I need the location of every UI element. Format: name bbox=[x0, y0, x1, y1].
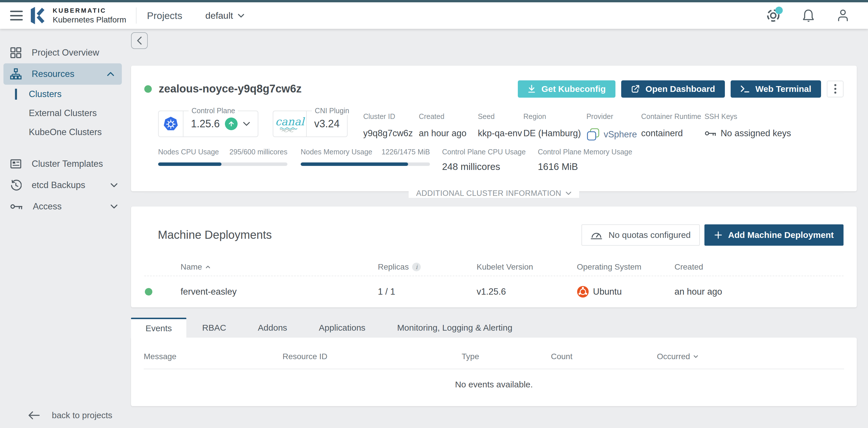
sidebar-item-resources[interactable]: Resources bbox=[3, 63, 122, 85]
ubuntu-icon bbox=[577, 286, 589, 298]
sidebar-item-label: Cluster Templates bbox=[32, 159, 103, 169]
chevron-down-icon bbox=[110, 204, 118, 209]
column-header-occurred[interactable]: Occurred bbox=[657, 352, 698, 361]
back-button[interactable] bbox=[131, 32, 148, 49]
attribute-provider: Provider vSphere bbox=[586, 112, 641, 141]
tab-rbac[interactable]: RBAC bbox=[186, 318, 242, 338]
back-to-projects-link[interactable]: back to projects bbox=[26, 410, 114, 421]
attribute-seed: Seed kkp-qa-env bbox=[478, 112, 523, 139]
grid-icon bbox=[10, 47, 22, 58]
main-content: zealous-noyce-y9q8g7cw6z Get Kubeconfig bbox=[125, 29, 868, 428]
web-terminal-button[interactable]: Web Terminal bbox=[731, 80, 821, 98]
menu-icon[interactable] bbox=[10, 11, 23, 21]
cni-plugin-label: CNI Plugin bbox=[312, 106, 352, 115]
sidebar-item-cluster-templates[interactable]: Cluster Templates bbox=[0, 153, 125, 175]
chevron-left-icon bbox=[136, 36, 143, 45]
machine-deployments-table-header: Name Replicas i Kubelet Version Operatin… bbox=[144, 259, 843, 276]
navbar-divider bbox=[136, 7, 136, 24]
cluster-summary-card: zealous-noyce-y9q8g7cw6z Get Kubeconfig bbox=[131, 66, 857, 191]
sidebar-item-label: Access bbox=[33, 201, 62, 212]
column-header-message: Message bbox=[144, 352, 177, 361]
row-name: fervent-easley bbox=[181, 286, 237, 297]
tab-monitoring-logging-alerting[interactable]: Monitoring, Logging & Alerting bbox=[381, 318, 528, 338]
user-icon[interactable] bbox=[836, 9, 849, 23]
sidebar-item-label: etcd Backups bbox=[32, 180, 85, 190]
open-dashboard-button[interactable]: Open Dashboard bbox=[621, 80, 725, 98]
cni-version: v3.24 bbox=[314, 118, 340, 130]
brand-name: KUBERMATIC bbox=[53, 7, 126, 14]
upgrade-available-icon[interactable] bbox=[225, 118, 238, 130]
column-header-kubelet-version: Kubelet Version bbox=[476, 263, 533, 272]
terminal-icon bbox=[740, 85, 750, 93]
tab-addons[interactable]: Addons bbox=[242, 318, 303, 338]
control-plane-version: 1.25.6 bbox=[191, 118, 220, 130]
back-arrow-icon bbox=[28, 411, 40, 420]
attribute-created: Created an hour ago bbox=[419, 112, 478, 139]
sitemap-icon bbox=[10, 68, 22, 80]
page-title: Projects bbox=[147, 10, 182, 21]
attribute-container-runtime: Container Runtime containerd bbox=[641, 112, 705, 139]
sidebar-item-kubeone-clusters[interactable]: KubeOne Clusters bbox=[0, 123, 125, 142]
attribute-ssh-keys: SSH Keys No assigned keys bbox=[705, 112, 791, 139]
tab-events[interactable]: Events bbox=[131, 318, 186, 338]
cluster-detail-tabs: Events RBAC Addons Applications Monitori… bbox=[131, 318, 857, 338]
row-kubelet-version: v1.25.6 bbox=[476, 286, 506, 297]
key-icon bbox=[10, 203, 23, 210]
cni-plugin-widget: canal CNI Plugin v3.24 bbox=[273, 111, 348, 137]
control-plane-version-dropdown[interactable]: Control Plane 1.25.6 bbox=[183, 111, 258, 137]
sidebar-item-label: Project Overview bbox=[32, 48, 99, 58]
column-header-count: Count bbox=[551, 352, 572, 361]
gauge-icon bbox=[591, 230, 602, 240]
column-header-type: Type bbox=[462, 352, 479, 361]
machine-deployment-row[interactable]: fervent-easley 1 / 1 v1.25.6 Ubuntu bbox=[144, 276, 843, 307]
tab-applications[interactable]: Applications bbox=[303, 318, 381, 338]
sidebar-item-clusters[interactable]: Clusters bbox=[0, 85, 125, 104]
nodes-cpu-progressbar bbox=[158, 162, 287, 166]
row-status-dot bbox=[145, 288, 152, 296]
sidebar-item-label: Resources bbox=[32, 69, 74, 79]
control-plane-cpu-usage: Control Plane CPU Usage 248 millicores bbox=[442, 148, 526, 172]
nodes-cpu-usage-value: 295/600 millicores bbox=[229, 148, 288, 156]
events-table-header: Message Resource ID Type Count Occurred bbox=[144, 338, 844, 369]
cni-version-box: CNI Plugin v3.24 bbox=[306, 111, 348, 137]
top-accent-strip bbox=[0, 0, 868, 2]
help-icon[interactable] bbox=[766, 8, 780, 23]
cluster-status-dot bbox=[144, 85, 152, 93]
chevron-down-icon bbox=[565, 191, 572, 195]
download-icon bbox=[528, 85, 536, 93]
brand-subtitle: Kubernetes Platform bbox=[53, 15, 126, 25]
add-machine-deployment-button[interactable]: Add Machine Deployment bbox=[705, 224, 843, 246]
column-header-resource-id: Resource ID bbox=[282, 352, 328, 361]
machine-deployments-card: Machine Deployments No quotas configured bbox=[131, 207, 857, 307]
project-selector-value: default bbox=[205, 10, 233, 21]
kubermatic-app: KUBERMATIC Kubernetes Platform Projects … bbox=[0, 0, 868, 428]
plus-icon bbox=[714, 231, 722, 239]
sidebar-item-external-clusters[interactable]: External Clusters bbox=[0, 104, 125, 123]
sort-desc-icon bbox=[693, 355, 698, 358]
nodes-memory-progressbar bbox=[301, 162, 430, 166]
column-header-operating-system: Operating System bbox=[577, 263, 641, 272]
column-header-name[interactable]: Name bbox=[181, 263, 210, 272]
canal-logo: canal bbox=[273, 111, 306, 137]
nodes-memory-usage-value: 1226/1475 MiB bbox=[381, 148, 430, 156]
cluster-menu-kebab-icon[interactable] bbox=[827, 81, 843, 97]
additional-cluster-information-toggle[interactable]: ADDITIONAL CLUSTER INFORMATION bbox=[409, 189, 579, 198]
sidebar-item-project-overview[interactable]: Project Overview bbox=[0, 42, 125, 63]
row-operating-system: Ubuntu bbox=[577, 286, 622, 298]
notifications-icon[interactable] bbox=[802, 9, 815, 23]
nodes-memory-usage: Nodes Memory Usage 1226/1475 MiB bbox=[301, 148, 430, 166]
get-kubeconfig-button[interactable]: Get Kubeconfig bbox=[518, 80, 615, 98]
kubermatic-logo[interactable]: KUBERMATIC Kubernetes Platform bbox=[31, 7, 126, 25]
ssh-key-icon bbox=[705, 130, 716, 137]
sidebar-item-etcd-backups[interactable]: etcd Backups bbox=[0, 175, 125, 196]
project-selector[interactable]: default bbox=[204, 10, 246, 21]
quota-button[interactable]: No quotas configured bbox=[582, 224, 700, 246]
kubernetes-icon bbox=[158, 111, 183, 137]
info-icon[interactable]: i bbox=[412, 263, 421, 271]
nodes-cpu-usage: Nodes CPU Usage 295/600 millicores bbox=[158, 148, 287, 166]
machine-deployments-title: Machine Deployments bbox=[158, 228, 272, 241]
sort-asc-icon bbox=[206, 266, 210, 269]
attribute-cluster-id: Cluster ID y9q8g7cw6z bbox=[363, 112, 419, 139]
attribute-region: Region DE (Hamburg) bbox=[523, 112, 586, 139]
sidebar-item-access[interactable]: Access bbox=[0, 196, 125, 217]
